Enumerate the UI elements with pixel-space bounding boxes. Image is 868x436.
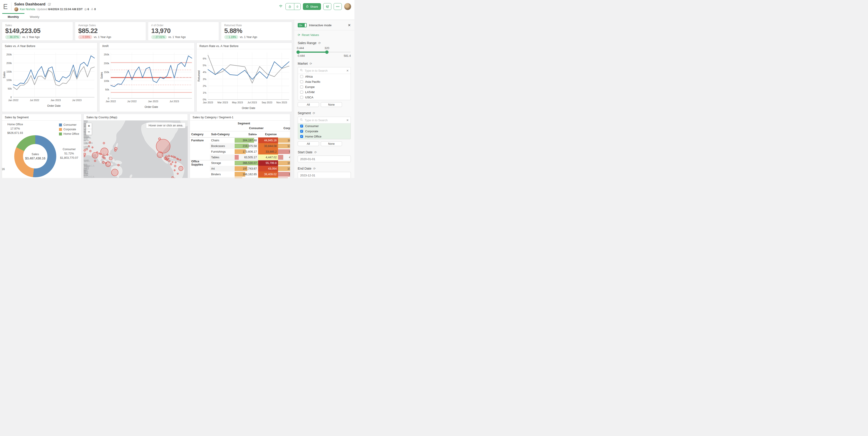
map-sales-marker[interactable] [174, 165, 176, 167]
chart-area[interactable]: 050k100k150k200k250kJan 2022Jul 2022Jan … [99, 49, 195, 112]
consumer-sales-cell[interactable]: 366,530.07 [235, 160, 258, 166]
table-subcategory-cell[interactable]: Furnishings [210, 149, 235, 154]
map-sales-marker[interactable] [84, 149, 86, 151]
chart-area[interactable]: 050k100k150k200k250kJan 2022Jul 2022Jan … [2, 49, 97, 112]
edit-title-icon[interactable] [48, 2, 51, 6]
map-sales-marker[interactable] [175, 162, 176, 163]
map-sales-marker[interactable] [100, 153, 101, 155]
user-avatar[interactable] [344, 3, 351, 10]
consumer-expense-cell[interactable]: 43,054 [258, 166, 278, 171]
map-sales-marker[interactable] [173, 156, 175, 158]
consumer-expense-cell[interactable]: 39,409.02 [258, 171, 278, 177]
map-sales-marker[interactable] [107, 154, 108, 155]
consumer-expense-cell[interactable]: 55,799.8 [258, 160, 278, 166]
map-sales-marker[interactable] [103, 157, 105, 159]
refresh-icon[interactable]: ⟳ [318, 41, 321, 45]
consumer-sales-cell[interactable]: 197,743.67 [235, 166, 258, 171]
col-header-corporate-sales[interactable]: Sales [278, 131, 290, 138]
tab-weekly[interactable]: Weekly [24, 13, 45, 20]
map-sales-marker[interactable] [92, 147, 93, 148]
segment-option-corporate[interactable]: Corporate [298, 129, 350, 134]
table-subcategory-cell[interactable]: Storage [210, 160, 235, 166]
map-sales-marker[interactable] [112, 169, 118, 176]
market-option-africa[interactable]: Africa [298, 74, 350, 79]
interactive-mode-toggle[interactable]: On [298, 23, 307, 27]
slider-handle-max[interactable] [325, 51, 329, 54]
consumer-sales-cell[interactable]: 166,162.65 [235, 171, 258, 177]
table-subcategory-cell[interactable]: Chairs [210, 138, 235, 143]
clear-search-icon[interactable]: ✕ [346, 118, 349, 122]
table-subcategory-cell[interactable]: Appliances [210, 177, 235, 178]
map-zoom-out-button[interactable]: − [86, 129, 92, 135]
slider-handle-min[interactable] [297, 51, 300, 54]
share-button[interactable]: Share [303, 3, 321, 10]
world-map[interactable]: RussiaKrasnoyarskKazakhstanASIAKyrgyzsta… [84, 120, 188, 178]
refresh-icon[interactable]: ⟳ [314, 151, 317, 154]
corporate-sales-cell[interactable]: 40,662.43 [278, 154, 290, 160]
tab-monthly[interactable]: Monthly [2, 13, 24, 20]
market-search-input[interactable] [305, 69, 344, 72]
map-sales-marker[interactable] [171, 155, 172, 157]
consumer-expense-cell[interactable]: 24,432.36 [258, 177, 278, 178]
map-sales-marker[interactable] [178, 158, 179, 160]
map-sales-marker[interactable] [114, 149, 116, 151]
map-sales-marker[interactable] [177, 173, 178, 174]
corporate-sales-cell[interactable]: 188,116.42 [278, 138, 290, 143]
map-sales-marker[interactable] [103, 142, 105, 144]
map-sales-marker[interactable] [172, 176, 174, 178]
corporate-sales-cell[interactable]: 138,352.25 [278, 143, 290, 149]
market-option-usca[interactable]: USCA [298, 95, 350, 100]
map-sales-marker[interactable] [84, 155, 85, 157]
corporate-sales-cell[interactable]: 99,784.89 [278, 149, 290, 154]
refresh-icon[interactable]: ⟳ [313, 167, 315, 170]
consumer-sales-cell[interactable]: 173,606.17 [235, 149, 258, 154]
map-sales-marker[interactable] [168, 158, 169, 159]
settings-sliders-button[interactable] [323, 3, 331, 10]
segment-search-input[interactable] [305, 118, 344, 122]
map-sales-marker[interactable] [174, 170, 176, 171]
consumer-sales-cell[interactable]: 63,505.17 [235, 154, 258, 160]
map-sales-marker[interactable] [92, 152, 98, 158]
market-option-europe[interactable]: Europe [298, 84, 350, 90]
consumer-sales-cell[interactable]: 219,975.58 [235, 143, 258, 149]
table-subcategory-cell[interactable]: Tables [210, 154, 235, 160]
market-all-button[interactable]: All [298, 102, 319, 107]
map-sales-marker[interactable] [175, 157, 176, 158]
col-header-subcategory[interactable]: Sub-Category [210, 131, 235, 138]
map-sales-marker[interactable] [98, 153, 100, 154]
corporate-sales-cell[interactable]: 102,412.39 [278, 166, 290, 171]
segment-option-consumer[interactable]: Consumer [298, 123, 350, 129]
map-sales-marker[interactable] [105, 162, 111, 167]
table-subcategory-cell[interactable]: Bookcases [210, 143, 235, 149]
col-header-category[interactable]: Category [190, 131, 210, 138]
more-options-button[interactable] [334, 3, 342, 10]
col-header-consumer-expense[interactable]: Expense [258, 131, 278, 138]
author-link[interactable]: Kan Nishida [20, 8, 35, 11]
col-header-consumer-sales[interactable]: Sales▾ [235, 131, 258, 138]
refresh-icon[interactable]: ⟳ [309, 62, 312, 65]
market-none-button[interactable]: None [321, 102, 342, 107]
market-option-latam[interactable]: LATAM [298, 90, 350, 95]
segment-option-home-office[interactable]: Home Office [298, 134, 350, 139]
map-sales-marker[interactable] [118, 164, 119, 166]
donut-chart[interactable]: Sales$3,487,438.16Consumer51.72%$1,803,7… [2, 120, 81, 178]
start-date-input[interactable] [298, 155, 351, 163]
consumer-expense-cell[interactable]: 4,447.02 [258, 154, 278, 160]
corporate-sales-cell[interactable]: 96,131.69 [278, 171, 290, 177]
map-sales-marker[interactable] [109, 157, 112, 160]
map-sales-marker[interactable] [172, 162, 173, 163]
clear-search-icon[interactable]: ✕ [346, 69, 349, 72]
map-zoom-in-button[interactable]: + [86, 123, 92, 129]
market-option-asia-pacific[interactable]: Asia Pacific [298, 79, 350, 84]
consumer-expense-cell[interactable]: 33,844.08 [258, 143, 278, 149]
map-sales-marker[interactable] [102, 156, 104, 158]
map-sales-marker[interactable] [170, 163, 172, 165]
reset-values-link[interactable]: ⟳Reset Values [298, 33, 319, 37]
close-sidebar-icon[interactable]: ✕ [348, 23, 351, 27]
end-date-input[interactable] [298, 172, 351, 178]
map-sales-marker[interactable] [157, 152, 163, 157]
app-logo-icon[interactable]: E [2, 2, 8, 11]
map-sales-marker[interactable] [102, 161, 104, 164]
map-sales-marker[interactable] [94, 160, 96, 162]
like-button-group[interactable]: 0 [285, 3, 301, 10]
